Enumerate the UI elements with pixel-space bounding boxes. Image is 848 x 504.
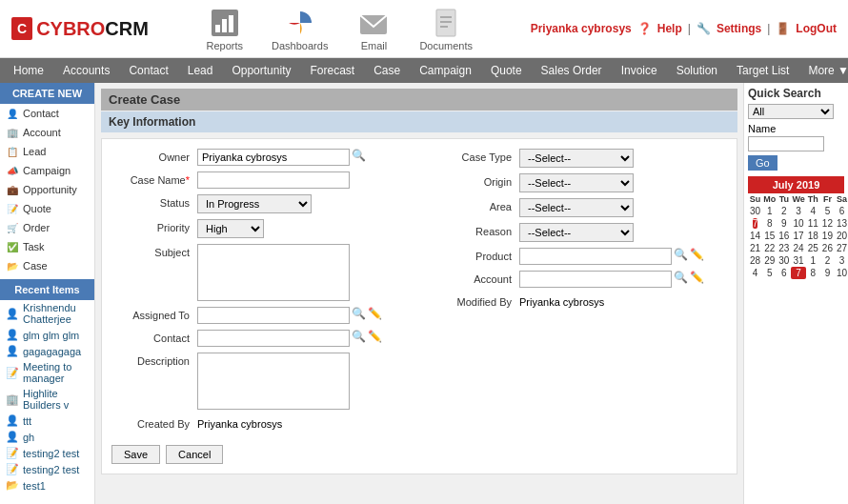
nav-forecast[interactable]: Forecast <box>300 58 364 83</box>
cal-cell[interactable]: 30 <box>777 254 791 267</box>
nav-opportunity[interactable]: Opportunity <box>222 58 300 83</box>
product-clear-icon[interactable]: ✏️ <box>690 248 704 261</box>
cal-cell[interactable]: 4 <box>748 267 762 279</box>
sidebar-item-contact[interactable]: 👤 Contact <box>0 104 94 123</box>
recent-item-6[interactable]: 👤gh <box>0 429 94 445</box>
nav-case[interactable]: Case <box>364 58 410 83</box>
cal-cell[interactable]: 1 <box>762 205 777 217</box>
cal-cell[interactable]: 14 <box>748 230 762 242</box>
cal-cell[interactable]: 13 <box>835 217 848 230</box>
cal-cell[interactable]: 20 <box>835 230 848 242</box>
sidebar-item-quote[interactable]: 📝 Quote <box>0 199 94 218</box>
account-input[interactable] <box>519 271 672 288</box>
user-link[interactable]: Priyanka cybrosys <box>531 22 632 35</box>
product-input[interactable] <box>519 248 672 265</box>
cal-cell[interactable]: 9 <box>777 217 791 230</box>
account-clear-icon[interactable]: ✏️ <box>690 271 704 284</box>
assigned-search-icon[interactable]: 🔍 <box>352 307 366 320</box>
cal-cell[interactable]: 28 <box>748 254 762 267</box>
cal-cell[interactable]: 29 <box>762 254 777 267</box>
owner-search-icon[interactable]: 🔍 <box>352 149 366 162</box>
cal-cell[interactable]: 31 <box>791 254 805 267</box>
nav-lead[interactable]: Lead <box>178 58 223 83</box>
cal-cell[interactable]: 9 <box>820 267 835 279</box>
cal-cell[interactable]: 12 <box>820 217 835 230</box>
contact-input[interactable] <box>197 330 350 347</box>
sidebar-item-campaign[interactable]: 📣 Campaign <box>0 161 94 180</box>
cal-cell[interactable]: 25 <box>806 242 820 254</box>
priority-select[interactable]: High Medium Low <box>197 219 264 238</box>
save-button[interactable]: Save <box>111 445 160 464</box>
sidebar-item-task[interactable]: ✅ Task <box>0 237 94 256</box>
cal-cell[interactable]: 3 <box>791 205 805 217</box>
recent-item-8[interactable]: 📝testing2 test <box>0 461 94 477</box>
cal-cell[interactable]: 26 <box>820 242 835 254</box>
status-select[interactable]: In Progress New Closed <box>197 194 312 213</box>
nav-target-list[interactable]: Target List <box>727 58 798 83</box>
cal-cell[interactable]: 6 <box>777 267 791 279</box>
recent-item-5[interactable]: 👤ttt <box>0 413 94 429</box>
cal-cell[interactable]: 7 <box>748 217 762 230</box>
reason-select[interactable]: --Select-- <box>519 223 634 242</box>
product-search-icon[interactable]: 🔍 <box>674 248 688 261</box>
recent-item-9[interactable]: 📂test1 <box>0 477 94 494</box>
cal-cell[interactable]: 22 <box>762 242 777 254</box>
cal-cell[interactable]: 5 <box>762 267 777 279</box>
cal-cell[interactable]: 6 <box>835 205 848 217</box>
cal-cell[interactable]: 1 <box>806 254 820 267</box>
nav-quote[interactable]: Quote <box>481 58 532 83</box>
cal-cell[interactable]: 10 <box>791 217 805 230</box>
cal-cell[interactable]: 18 <box>806 230 820 242</box>
help-link[interactable]: Help <box>657 22 682 35</box>
cal-cell[interactable]: 17 <box>791 230 805 242</box>
recent-item-4[interactable]: 🏢Highlite Builders v <box>0 386 94 413</box>
contact-search-icon[interactable]: 🔍 <box>352 330 366 343</box>
cal-cell[interactable]: 27 <box>835 242 848 254</box>
go-button[interactable]: Go <box>748 155 777 171</box>
settings-link[interactable]: Settings <box>717 22 761 35</box>
nav-campaign[interactable]: Campaign <box>410 58 481 83</box>
logout-link[interactable]: LogOut <box>796 22 837 35</box>
nav-contact[interactable]: Contact <box>119 58 177 83</box>
nav-accounts[interactable]: Accounts <box>53 58 119 83</box>
cal-cell[interactable]: 8 <box>762 217 777 230</box>
area-select[interactable]: --Select-- <box>519 198 634 217</box>
account-search-icon[interactable]: 🔍 <box>674 271 688 284</box>
sidebar-item-order[interactable]: 🛒 Order <box>0 218 94 237</box>
cal-cell-today[interactable]: 7 <box>791 267 805 279</box>
cal-cell[interactable]: 24 <box>791 242 805 254</box>
nav-dashboards[interactable]: Dashboards <box>272 6 328 51</box>
recent-item-7[interactable]: 📝testing2 test <box>0 445 94 461</box>
cal-cell[interactable]: 8 <box>806 267 820 279</box>
recent-item-3[interactable]: 📝Meeting to manager <box>0 359 94 386</box>
qs-type-select[interactable]: All <box>748 104 834 119</box>
nav-email[interactable]: Email <box>356 6 391 51</box>
assigned-to-input[interactable] <box>197 307 350 324</box>
nav-solution[interactable]: Solution <box>667 58 727 83</box>
cal-cell[interactable]: 2 <box>820 254 835 267</box>
subject-textarea[interactable] <box>197 244 350 301</box>
nav-home[interactable]: Home <box>4 58 53 83</box>
nav-more[interactable]: More ▼ <box>798 58 848 83</box>
cal-cell[interactable]: 11 <box>806 217 820 230</box>
assigned-clear-icon[interactable]: ✏️ <box>368 307 382 320</box>
cal-cell[interactable]: 23 <box>777 242 791 254</box>
cal-cell[interactable]: 19 <box>820 230 835 242</box>
cancel-button[interactable]: Cancel <box>166 445 223 464</box>
sidebar-item-account[interactable]: 🏢 Account <box>0 123 94 142</box>
case-name-input[interactable] <box>197 171 350 189</box>
cal-cell[interactable]: 3 <box>835 254 848 267</box>
cal-cell[interactable]: 4 <box>806 205 820 217</box>
recent-item-0[interactable]: 👤Krishnendu Chatterjee <box>0 300 94 327</box>
cal-cell[interactable]: 30 <box>748 205 762 217</box>
cal-cell[interactable]: 5 <box>820 205 835 217</box>
recent-item-1[interactable]: 👤glm glm glm <box>0 327 94 343</box>
nav-invoice[interactable]: Invoice <box>612 58 667 83</box>
cal-cell[interactable]: 10 <box>835 267 848 279</box>
contact-clear-icon[interactable]: ✏️ <box>368 330 382 343</box>
nav-sales-order[interactable]: Sales Order <box>532 58 612 83</box>
sidebar-item-case[interactable]: 📂 Case <box>0 256 94 275</box>
case-type-select[interactable]: --Select-- <box>519 149 634 168</box>
recent-item-2[interactable]: 👤gagagagaga <box>0 343 94 359</box>
sidebar-item-lead[interactable]: 📋 Lead <box>0 142 94 161</box>
